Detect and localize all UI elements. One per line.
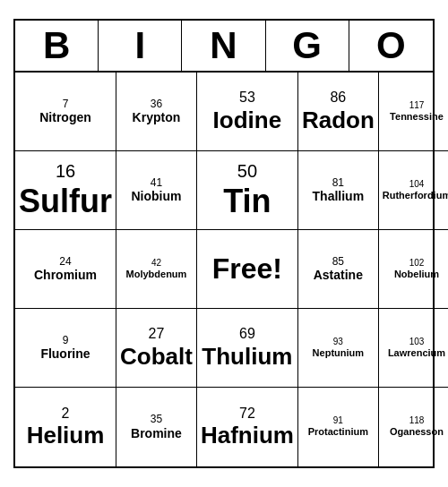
cell-number: 117 (409, 100, 425, 111)
bingo-cell: 42Molybdenum (116, 230, 197, 309)
bingo-card: BINGO 7Nitrogen36Krypton53Iodine86Radon1… (13, 19, 435, 468)
cell-number: 81 (332, 176, 344, 189)
cell-element-name: Radon (302, 107, 375, 134)
cell-number: 53 (239, 89, 255, 106)
cell-number: 2 (62, 405, 70, 422)
bingo-cell: 35Bromine (116, 388, 197, 466)
bingo-cell: 118Oganesson (379, 388, 448, 466)
bingo-cell: 50Tin (197, 151, 298, 230)
cell-number: 93 (333, 337, 343, 347)
cell-number: 85 (332, 255, 344, 268)
bingo-cell: 104Rutherfordium (379, 151, 448, 230)
cell-number: 35 (151, 413, 162, 425)
cell-element-name: Oganesson (390, 426, 444, 438)
bingo-cell: 53Iodine (197, 73, 298, 151)
bingo-cell: 16Sulfur (15, 151, 116, 230)
cell-number: 9 (63, 334, 69, 346)
cell-number: 42 (151, 258, 161, 269)
free-space: Free! (212, 252, 282, 286)
cell-number: 86 (330, 89, 346, 106)
cell-number: 36 (151, 98, 162, 110)
cell-element-name: Iodine (213, 107, 282, 134)
bingo-cell: 86Radon (298, 73, 379, 151)
bingo-cell: 72Hafnium (197, 388, 298, 466)
bingo-grid: 7Nitrogen36Krypton53Iodine86Radon117Tenn… (15, 73, 433, 466)
bingo-cell: 85Astatine (298, 230, 379, 309)
bingo-cell: 7Nitrogen (15, 73, 116, 151)
bingo-cell: 103Lawrencium (379, 309, 448, 388)
cell-number: 72 (239, 405, 255, 422)
cell-element-name: Astatine (314, 268, 363, 283)
cell-element-name: Cobalt (120, 343, 193, 371)
bingo-cell: 102Nobelium (379, 230, 448, 309)
header-letter: N (182, 21, 265, 71)
bingo-cell: Free! (197, 230, 298, 309)
bingo-cell: 69Thulium (197, 309, 298, 388)
cell-element-name: Nobelium (394, 269, 439, 280)
cell-number: 16 (56, 160, 75, 182)
cell-element-name: Bromine (131, 426, 182, 441)
header-letter: O (349, 21, 433, 71)
cell-element-name: Nitrogen (39, 110, 91, 125)
cell-number: 27 (149, 325, 165, 342)
cell-element-name: Thallium (313, 189, 365, 204)
cell-number: 41 (151, 176, 162, 189)
cell-element-name: Tennessine (390, 111, 444, 123)
cell-number: 102 (409, 258, 425, 269)
cell-number: 24 (59, 255, 71, 268)
bingo-cell: 81Thallium (298, 151, 379, 230)
bingo-cell: 9Fluorine (15, 309, 116, 388)
bingo-header: BINGO (15, 21, 433, 73)
cell-number: 104 (409, 179, 425, 190)
cell-element-name: Tin (223, 182, 271, 220)
header-letter: I (99, 21, 182, 71)
cell-number: 103 (409, 337, 425, 347)
cell-number: 69 (239, 325, 255, 342)
cell-element-name: Molybdenum (126, 269, 187, 280)
cell-element-name: Niobium (131, 189, 181, 204)
cell-element-name: Chromium (34, 268, 97, 283)
cell-element-name: Neptunium (313, 347, 364, 359)
cell-number: 50 (237, 160, 257, 182)
cell-element-name: Fluorine (40, 346, 90, 362)
bingo-cell: 93Neptunium (298, 309, 379, 388)
bingo-cell: 41Niobium (116, 151, 197, 230)
cell-element-name: Lawrencium (388, 347, 445, 359)
cell-element-name: Krypton (133, 110, 181, 125)
cell-number: 7 (63, 98, 69, 110)
header-letter: B (15, 21, 99, 71)
cell-element-name: Protactinium (308, 426, 368, 438)
cell-element-name: Sulfur (19, 182, 112, 220)
bingo-cell: 36Krypton (116, 73, 197, 151)
cell-number: 118 (409, 415, 425, 426)
bingo-cell: 24Chromium (15, 230, 116, 309)
bingo-cell: 117Tennessine (379, 73, 448, 151)
cell-element-name: Rutherfordium (383, 190, 448, 201)
cell-element-name: Thulium (202, 343, 292, 371)
bingo-cell: 2Helium (15, 388, 116, 466)
bingo-cell: 27Cobalt (116, 309, 197, 388)
header-letter: G (266, 21, 349, 71)
bingo-cell: 91Protactinium (298, 388, 379, 466)
cell-element-name: Helium (27, 422, 105, 449)
cell-element-name: Hafnium (201, 422, 294, 449)
cell-number: 91 (333, 415, 343, 426)
